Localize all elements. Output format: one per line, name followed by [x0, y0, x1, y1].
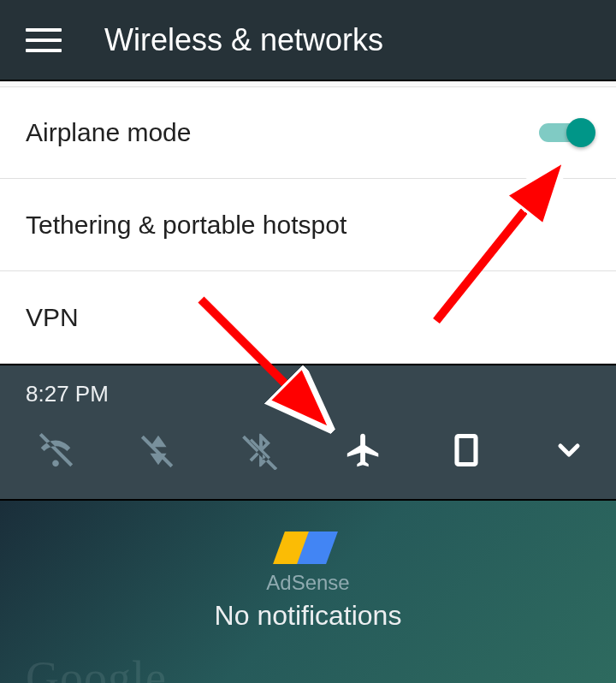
setting-tethering[interactable]: Tethering & portable hotspot — [0, 179, 616, 271]
menu-icon[interactable] — [26, 28, 62, 52]
setting-airplane-mode[interactable]: Airplane mode — [0, 86, 616, 179]
mobile-data-off-icon[interactable] — [137, 429, 180, 472]
bluetooth-off-icon[interactable] — [240, 429, 282, 472]
notification-area: AdSense No notifications Google — [0, 501, 616, 683]
airplane-mode-toggle[interactable] — [539, 122, 590, 144]
quick-settings-icons — [26, 429, 590, 472]
setting-label: Airplane mode — [26, 118, 191, 147]
portrait-lock-icon[interactable] — [445, 429, 488, 472]
adsense-logo-icon — [284, 532, 332, 564]
settings-list: Airplane mode Tethering & portable hotsp… — [0, 81, 616, 364]
wifi-off-icon[interactable] — [34, 429, 77, 472]
google-watermark: Google — [26, 651, 167, 683]
adsense-label: AdSense — [266, 571, 349, 595]
app-header: Wireless & networks — [0, 0, 616, 81]
clock-text: 8:27 PM — [26, 381, 590, 407]
chevron-down-icon[interactable] — [548, 429, 590, 472]
svg-rect-0 — [457, 437, 476, 465]
setting-label: VPN — [26, 303, 79, 332]
airplane-icon[interactable] — [342, 429, 385, 472]
setting-label: Tethering & portable hotspot — [26, 211, 346, 240]
no-notifications-text: No notifications — [215, 600, 402, 632]
setting-vpn[interactable]: VPN — [0, 271, 616, 364]
quick-settings-panel: 8:27 PM — [0, 364, 616, 501]
page-title: Wireless & networks — [104, 22, 383, 58]
